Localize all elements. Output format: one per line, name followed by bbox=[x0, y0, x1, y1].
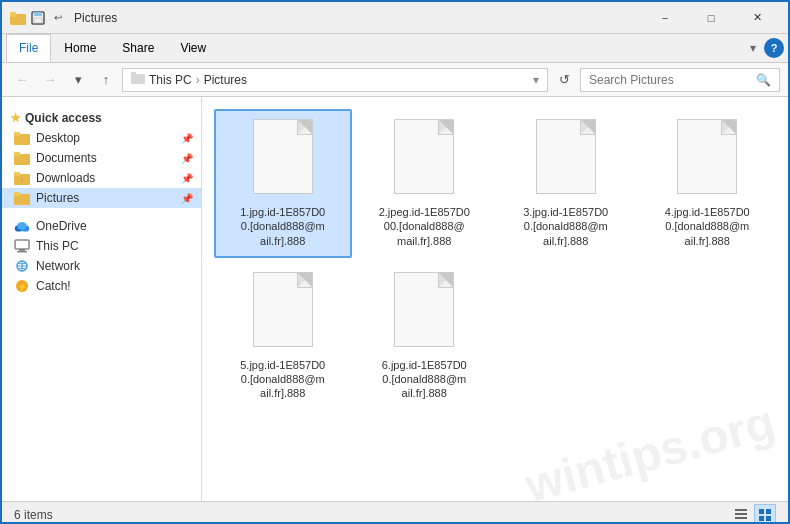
file-grid: 1.jpg.id-1E857D00.[donald888@mail.fr].88… bbox=[210, 105, 780, 415]
forward-button[interactable]: → bbox=[38, 68, 62, 92]
file-page-5 bbox=[253, 272, 313, 347]
file-icon-5 bbox=[248, 272, 318, 352]
save-icon[interactable] bbox=[30, 10, 46, 26]
details-view-button[interactable] bbox=[730, 504, 752, 525]
svg-rect-7 bbox=[131, 72, 136, 76]
search-input[interactable] bbox=[589, 73, 752, 87]
file-name-5: 5.jpg.id-1E857D00.[donald888@mail.fr].88… bbox=[240, 358, 325, 401]
svg-rect-31 bbox=[759, 509, 764, 514]
file-icon-1 bbox=[248, 119, 318, 199]
file-item-1[interactable]: 1.jpg.id-1E857D00.[donald888@mail.fr].88… bbox=[214, 109, 352, 258]
catch-icon: ⚡ bbox=[14, 279, 30, 293]
main-layout: ★ Quick access Desktop 📌 Documents 📌 ↓ bbox=[2, 97, 788, 501]
address-path[interactable]: This PC › Pictures ▾ bbox=[122, 68, 548, 92]
quick-access-header[interactable]: ★ Quick access bbox=[2, 105, 201, 128]
file-item-5[interactable]: 5.jpg.id-1E857D00.[donald888@mail.fr].88… bbox=[214, 262, 352, 411]
ribbon-collapse-arrow[interactable]: ▾ bbox=[746, 41, 760, 55]
file-item-2[interactable]: 2.jpeg.id-1E857D000.[donald888@mail.fr].… bbox=[356, 109, 494, 258]
file-name-1: 1.jpg.id-1E857D00.[donald888@mail.fr].88… bbox=[240, 205, 325, 248]
svg-rect-28 bbox=[735, 509, 747, 511]
pictures-label: Pictures bbox=[36, 191, 175, 205]
large-icons-view-button[interactable] bbox=[754, 504, 776, 525]
folder-icon bbox=[10, 10, 26, 26]
pin-icon-pictures: 📌 bbox=[181, 193, 193, 204]
file-page-4 bbox=[677, 119, 737, 194]
file-name-6: 6.jpg.id-1E857D00.[donald888@mail.fr].88… bbox=[382, 358, 467, 401]
sidebar-item-desktop[interactable]: Desktop 📌 bbox=[2, 128, 201, 148]
sidebar-item-downloads[interactable]: ↓ Downloads 📌 bbox=[2, 168, 201, 188]
file-item-6[interactable]: 6.jpg.id-1E857D00.[donald888@mail.fr].88… bbox=[356, 262, 494, 411]
undo-icon[interactable]: ↩ bbox=[50, 10, 66, 26]
file-item-4[interactable]: 4.jpg.id-1E857D00.[donald888@mail.fr].88… bbox=[639, 109, 777, 258]
path-separator-1: › bbox=[196, 73, 200, 87]
desktop-label: Desktop bbox=[36, 131, 175, 145]
tab-home[interactable]: Home bbox=[51, 34, 109, 62]
file-name-2: 2.jpeg.id-1E857D000.[donald888@mail.fr].… bbox=[379, 205, 470, 248]
downloads-label: Downloads bbox=[36, 171, 175, 185]
maximize-button[interactable]: □ bbox=[688, 2, 734, 34]
minimize-button[interactable]: − bbox=[642, 2, 688, 34]
sidebar-item-onedrive[interactable]: OneDrive bbox=[2, 216, 201, 236]
file-item-3[interactable]: 3.jpg.id-1E857D00.[donald888@mail.fr].88… bbox=[497, 109, 635, 258]
title-bar: ↩ Pictures − □ ✕ bbox=[2, 2, 788, 34]
svg-rect-34 bbox=[766, 516, 771, 521]
title-controls[interactable]: − □ ✕ bbox=[642, 2, 780, 34]
file-icon-2 bbox=[389, 119, 459, 199]
thispc-icon bbox=[14, 239, 30, 253]
pin-icon-documents: 📌 bbox=[181, 153, 193, 164]
path-thispc[interactable]: This PC bbox=[149, 73, 192, 87]
address-bar: ← → ▾ ↑ This PC › Pictures ▾ ↺ 🔍 bbox=[2, 63, 788, 97]
status-bar: 6 items bbox=[2, 501, 788, 524]
sidebar-item-documents[interactable]: Documents 📌 bbox=[2, 148, 201, 168]
svg-point-19 bbox=[17, 222, 27, 230]
tab-file[interactable]: File bbox=[6, 34, 51, 62]
file-name-3: 3.jpg.id-1E857D00.[donald888@mail.fr].88… bbox=[523, 205, 608, 248]
view-controls bbox=[730, 504, 776, 525]
network-label: Network bbox=[36, 259, 193, 273]
quick-access-label: Quick access bbox=[25, 111, 102, 125]
tab-share[interactable]: Share bbox=[109, 34, 167, 62]
refresh-button[interactable]: ↺ bbox=[552, 68, 576, 92]
title-bar-icons: ↩ bbox=[10, 10, 66, 26]
pin-icon-desktop: 📌 bbox=[181, 133, 193, 144]
sidebar-item-network[interactable]: Network bbox=[2, 256, 201, 276]
path-dropdown-arrow[interactable]: ▾ bbox=[533, 73, 539, 87]
svg-rect-2 bbox=[10, 12, 16, 16]
pictures-folder-icon bbox=[14, 191, 30, 205]
help-button[interactable]: ? bbox=[764, 38, 784, 58]
svg-text:⚡: ⚡ bbox=[17, 281, 29, 293]
dropdown-button[interactable]: ▾ bbox=[66, 68, 90, 92]
close-button[interactable]: ✕ bbox=[734, 2, 780, 34]
file-page-1 bbox=[253, 119, 313, 194]
search-box[interactable]: 🔍 bbox=[580, 68, 780, 92]
svg-rect-22 bbox=[17, 251, 27, 253]
file-page-2 bbox=[394, 119, 454, 194]
file-page-6 bbox=[394, 272, 454, 347]
search-icon[interactable]: 🔍 bbox=[756, 73, 771, 87]
svg-rect-4 bbox=[34, 12, 42, 16]
path-pictures[interactable]: Pictures bbox=[204, 73, 247, 87]
downloads-folder-icon: ↓ bbox=[14, 171, 30, 185]
file-icon-4 bbox=[672, 119, 742, 199]
path-icon bbox=[131, 72, 145, 87]
svg-rect-30 bbox=[735, 517, 747, 519]
svg-text:↓: ↓ bbox=[20, 176, 24, 183]
svg-rect-11 bbox=[14, 152, 20, 156]
ribbon-tabs: File Home Share View ▾ ? bbox=[2, 34, 788, 62]
sidebar-item-catch[interactable]: ⚡ Catch! bbox=[2, 276, 201, 296]
desktop-folder-icon bbox=[14, 131, 30, 145]
star-icon: ★ bbox=[10, 111, 21, 125]
ribbon: File Home Share View ▾ ? bbox=[2, 34, 788, 63]
sidebar-item-thispc[interactable]: This PC bbox=[2, 236, 201, 256]
svg-rect-9 bbox=[14, 132, 20, 136]
tab-view[interactable]: View bbox=[167, 34, 219, 62]
network-icon bbox=[14, 259, 30, 273]
up-button[interactable]: ↑ bbox=[94, 68, 118, 92]
svg-rect-20 bbox=[15, 240, 29, 249]
file-icon-6 bbox=[389, 272, 459, 352]
back-button[interactable]: ← bbox=[10, 68, 34, 92]
onedrive-label: OneDrive bbox=[36, 219, 193, 233]
svg-rect-29 bbox=[735, 513, 747, 515]
sidebar-item-pictures[interactable]: Pictures 📌 bbox=[2, 188, 201, 208]
thispc-label: This PC bbox=[36, 239, 193, 253]
